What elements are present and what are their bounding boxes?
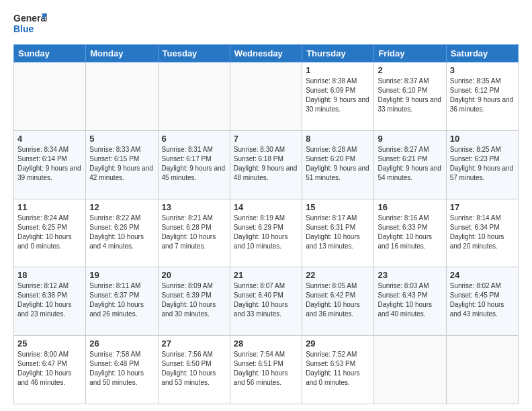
calendar-table: SundayMondayTuesdayWednesdayThursdayFrid… xyxy=(13,44,519,404)
day-number: 6 xyxy=(162,134,226,144)
day-number: 13 xyxy=(162,202,226,212)
calendar-cell: 9Sunrise: 8:27 AM Sunset: 6:21 PM Daylig… xyxy=(374,130,446,199)
calendar-cell: 10Sunrise: 8:25 AM Sunset: 6:23 PM Dayli… xyxy=(446,130,518,199)
day-number: 21 xyxy=(234,270,298,280)
day-info: Sunrise: 8:17 AM Sunset: 6:31 PM Dayligh… xyxy=(306,214,370,251)
calendar-cell: 6Sunrise: 8:31 AM Sunset: 6:17 PM Daylig… xyxy=(158,130,230,199)
day-info: Sunrise: 8:34 AM Sunset: 6:14 PM Dayligh… xyxy=(17,145,82,183)
calendar-cell: 4Sunrise: 8:34 AM Sunset: 6:14 PM Daylig… xyxy=(14,130,86,199)
calendar-cell: 24Sunrise: 8:02 AM Sunset: 6:45 PM Dayli… xyxy=(446,267,518,336)
calendar-cell xyxy=(158,62,230,131)
day-info: Sunrise: 8:19 AM Sunset: 6:29 PM Dayligh… xyxy=(234,214,298,251)
svg-text:General: General xyxy=(13,13,47,24)
calendar-cell xyxy=(446,336,518,404)
calendar-cell: 22Sunrise: 8:05 AM Sunset: 6:42 PM Dayli… xyxy=(302,267,374,336)
calendar-cell: 23Sunrise: 8:03 AM Sunset: 6:43 PM Dayli… xyxy=(374,267,446,336)
day-number: 5 xyxy=(89,134,154,144)
day-info: Sunrise: 8:31 AM Sunset: 6:17 PM Dayligh… xyxy=(162,145,226,183)
day-number: 2 xyxy=(378,65,442,75)
calendar-cell: 19Sunrise: 8:11 AM Sunset: 6:37 PM Dayli… xyxy=(86,267,158,336)
page: General Blue SundayMondayTuesdayWednesda… xyxy=(0,0,532,411)
day-number: 17 xyxy=(450,202,515,212)
calendar-cell xyxy=(86,62,158,131)
day-header-monday: Monday xyxy=(86,45,158,62)
day-number: 7 xyxy=(234,134,298,144)
day-info: Sunrise: 7:52 AM Sunset: 6:53 PM Dayligh… xyxy=(306,350,370,387)
day-info: Sunrise: 8:35 AM Sunset: 6:12 PM Dayligh… xyxy=(450,77,515,114)
calendar-cell: 16Sunrise: 8:16 AM Sunset: 6:33 PM Dayli… xyxy=(374,199,446,267)
day-number: 27 xyxy=(162,338,226,349)
day-info: Sunrise: 8:25 AM Sunset: 6:23 PM Dayligh… xyxy=(450,145,515,183)
day-header-friday: Friday xyxy=(374,45,446,62)
day-info: Sunrise: 8:14 AM Sunset: 6:34 PM Dayligh… xyxy=(450,214,515,251)
week-row-2: 11Sunrise: 8:24 AM Sunset: 6:25 PM Dayli… xyxy=(14,199,519,267)
day-headers-row: SundayMondayTuesdayWednesdayThursdayFrid… xyxy=(14,45,519,62)
calendar-cell xyxy=(374,336,446,404)
week-row-1: 4Sunrise: 8:34 AM Sunset: 6:14 PM Daylig… xyxy=(14,130,519,199)
day-number: 11 xyxy=(17,202,82,212)
day-info: Sunrise: 8:33 AM Sunset: 6:15 PM Dayligh… xyxy=(89,145,154,183)
day-info: Sunrise: 8:12 AM Sunset: 6:36 PM Dayligh… xyxy=(17,281,82,319)
calendar-cell: 2Sunrise: 8:37 AM Sunset: 6:10 PM Daylig… xyxy=(374,62,446,131)
day-number: 29 xyxy=(306,338,370,349)
day-number: 9 xyxy=(378,134,442,144)
day-info: Sunrise: 8:05 AM Sunset: 6:42 PM Dayligh… xyxy=(306,281,370,319)
calendar-cell: 3Sunrise: 8:35 AM Sunset: 6:12 PM Daylig… xyxy=(446,62,518,131)
day-info: Sunrise: 8:27 AM Sunset: 6:21 PM Dayligh… xyxy=(378,145,442,183)
logo-svg: General Blue xyxy=(13,11,47,38)
day-info: Sunrise: 8:30 AM Sunset: 6:18 PM Dayligh… xyxy=(234,145,298,183)
day-number: 10 xyxy=(450,134,515,144)
calendar-cell: 7Sunrise: 8:30 AM Sunset: 6:18 PM Daylig… xyxy=(230,130,302,199)
day-info: Sunrise: 7:58 AM Sunset: 6:48 PM Dayligh… xyxy=(89,350,154,387)
day-info: Sunrise: 8:37 AM Sunset: 6:10 PM Dayligh… xyxy=(378,77,442,114)
calendar-cell: 20Sunrise: 8:09 AM Sunset: 6:39 PM Dayli… xyxy=(158,267,230,336)
week-row-3: 18Sunrise: 8:12 AM Sunset: 6:36 PM Dayli… xyxy=(14,267,519,336)
day-number: 18 xyxy=(17,270,82,280)
day-number: 25 xyxy=(17,338,82,349)
day-info: Sunrise: 8:11 AM Sunset: 6:37 PM Dayligh… xyxy=(89,281,154,319)
calendar-cell xyxy=(230,62,302,131)
day-info: Sunrise: 8:00 AM Sunset: 6:47 PM Dayligh… xyxy=(17,350,82,387)
calendar-cell: 18Sunrise: 8:12 AM Sunset: 6:36 PM Dayli… xyxy=(14,267,86,336)
logo: General Blue xyxy=(13,11,47,38)
day-number: 3 xyxy=(450,65,515,75)
day-number: 15 xyxy=(306,202,370,212)
day-header-wednesday: Wednesday xyxy=(230,45,302,62)
calendar-cell: 17Sunrise: 8:14 AM Sunset: 6:34 PM Dayli… xyxy=(446,199,518,267)
calendar-cell: 11Sunrise: 8:24 AM Sunset: 6:25 PM Dayli… xyxy=(14,199,86,267)
calendar-cell: 14Sunrise: 8:19 AM Sunset: 6:29 PM Dayli… xyxy=(230,199,302,267)
day-number: 19 xyxy=(89,270,154,280)
calendar-cell: 15Sunrise: 8:17 AM Sunset: 6:31 PM Dayli… xyxy=(302,199,374,267)
calendar-cell: 25Sunrise: 8:00 AM Sunset: 6:47 PM Dayli… xyxy=(14,336,86,404)
day-number: 16 xyxy=(378,202,442,212)
day-number: 20 xyxy=(162,270,226,280)
header: General Blue xyxy=(13,11,519,38)
day-info: Sunrise: 8:02 AM Sunset: 6:45 PM Dayligh… xyxy=(450,281,515,319)
day-info: Sunrise: 8:03 AM Sunset: 6:43 PM Dayligh… xyxy=(378,281,442,319)
day-info: Sunrise: 8:38 AM Sunset: 6:09 PM Dayligh… xyxy=(306,77,370,114)
day-info: Sunrise: 8:09 AM Sunset: 6:39 PM Dayligh… xyxy=(162,281,226,319)
day-info: Sunrise: 7:56 AM Sunset: 6:50 PM Dayligh… xyxy=(162,350,226,387)
calendar-cell: 8Sunrise: 8:28 AM Sunset: 6:20 PM Daylig… xyxy=(302,130,374,199)
day-number: 1 xyxy=(306,65,370,75)
day-number: 14 xyxy=(234,202,298,212)
day-info: Sunrise: 8:22 AM Sunset: 6:26 PM Dayligh… xyxy=(89,214,154,251)
day-header-saturday: Saturday xyxy=(446,45,518,62)
day-info: Sunrise: 8:16 AM Sunset: 6:33 PM Dayligh… xyxy=(378,214,442,251)
calendar-cell xyxy=(14,62,86,131)
day-number: 4 xyxy=(17,134,82,144)
day-info: Sunrise: 8:28 AM Sunset: 6:20 PM Dayligh… xyxy=(306,145,370,183)
calendar-cell: 12Sunrise: 8:22 AM Sunset: 6:26 PM Dayli… xyxy=(86,199,158,267)
day-number: 12 xyxy=(89,202,154,212)
day-info: Sunrise: 8:21 AM Sunset: 6:28 PM Dayligh… xyxy=(162,214,226,251)
calendar-cell: 1Sunrise: 8:38 AM Sunset: 6:09 PM Daylig… xyxy=(302,62,374,131)
day-number: 22 xyxy=(306,270,370,280)
calendar-cell: 21Sunrise: 8:07 AM Sunset: 6:40 PM Dayli… xyxy=(230,267,302,336)
calendar-cell: 5Sunrise: 8:33 AM Sunset: 6:15 PM Daylig… xyxy=(86,130,158,199)
calendar-cell: 27Sunrise: 7:56 AM Sunset: 6:50 PM Dayli… xyxy=(158,336,230,404)
svg-text:Blue: Blue xyxy=(13,24,34,34)
day-header-tuesday: Tuesday xyxy=(158,45,230,62)
calendar-cell: 26Sunrise: 7:58 AM Sunset: 6:48 PM Dayli… xyxy=(86,336,158,404)
day-header-sunday: Sunday xyxy=(14,45,86,62)
calendar-cell: 28Sunrise: 7:54 AM Sunset: 6:51 PM Dayli… xyxy=(230,336,302,404)
